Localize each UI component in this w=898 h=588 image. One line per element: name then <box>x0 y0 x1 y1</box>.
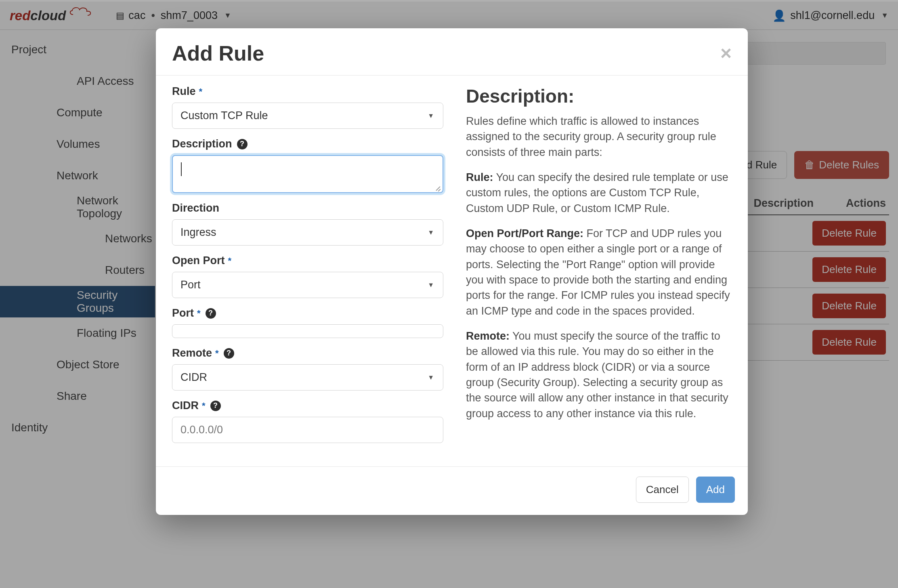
open-port-select[interactable]: Port ▼ <box>172 272 443 298</box>
description-textarea[interactable] <box>172 155 443 193</box>
remote-select-value: CIDR <box>180 371 207 384</box>
label-remote: Remote <box>172 347 212 359</box>
help-port-label: Open Port/Port Range: <box>466 227 583 239</box>
chevron-down-icon: ▼ <box>428 374 434 381</box>
help-icon[interactable]: ? <box>224 348 234 359</box>
cancel-button[interactable]: Cancel <box>636 477 689 503</box>
close-icon[interactable]: × <box>720 44 732 63</box>
required-star: * <box>215 348 219 359</box>
cidr-value: 0.0.0.0/0 <box>180 424 223 436</box>
remote-select[interactable]: CIDR ▼ <box>172 364 443 391</box>
chevron-down-icon: ▼ <box>428 281 434 289</box>
help-intro: Rules define which traffic is allowed to… <box>466 113 732 160</box>
direction-select-value: Ingress <box>180 226 216 239</box>
modal-title: Add Rule <box>172 41 264 65</box>
help-rule-label: Rule: <box>466 171 493 183</box>
cidr-input[interactable]: 0.0.0.0/0 <box>172 417 443 443</box>
help-icon[interactable]: ? <box>237 139 248 149</box>
open-port-select-value: Port <box>180 279 201 291</box>
rule-select[interactable]: Custom TCP Rule ▼ <box>172 103 443 129</box>
help-heading: Description: <box>466 85 732 107</box>
help-rule-text: You can specify the desired rule templat… <box>466 171 728 214</box>
form-column: Rule * Custom TCP Rule ▼ Description ? <box>172 85 443 452</box>
chevron-down-icon: ▼ <box>428 229 434 236</box>
required-star: * <box>202 401 206 411</box>
resize-grip-icon[interactable] <box>434 184 441 191</box>
help-icon[interactable]: ? <box>210 401 221 411</box>
port-input[interactable] <box>172 324 443 338</box>
text-cursor <box>181 162 182 176</box>
help-remote-label: Remote: <box>466 330 510 342</box>
label-direction: Direction <box>172 202 219 214</box>
direction-select[interactable]: Ingress ▼ <box>172 219 443 246</box>
chevron-down-icon: ▼ <box>428 112 434 120</box>
add-button[interactable]: Add <box>696 477 735 503</box>
cancel-label: Cancel <box>646 483 679 496</box>
help-remote-text: You must specify the source of the traff… <box>466 330 728 420</box>
label-port: Port <box>172 307 194 319</box>
label-description: Description <box>172 138 232 150</box>
add-rule-modal: Add Rule × Rule * Custom TCP Rule ▼ <box>156 28 748 515</box>
label-cidr: CIDR <box>172 399 199 412</box>
help-icon[interactable]: ? <box>206 308 216 319</box>
rule-select-value: Custom TCP Rule <box>180 109 268 122</box>
help-column: Description: Rules define which traffic … <box>466 85 732 452</box>
label-open-port: Open Port <box>172 254 225 267</box>
add-label: Add <box>706 483 725 496</box>
required-star: * <box>199 86 203 97</box>
required-star: * <box>228 256 232 266</box>
help-port-text: For TCP and UDP rules you may choose to … <box>466 227 730 317</box>
required-star: * <box>197 308 201 319</box>
label-rule: Rule <box>172 85 196 98</box>
